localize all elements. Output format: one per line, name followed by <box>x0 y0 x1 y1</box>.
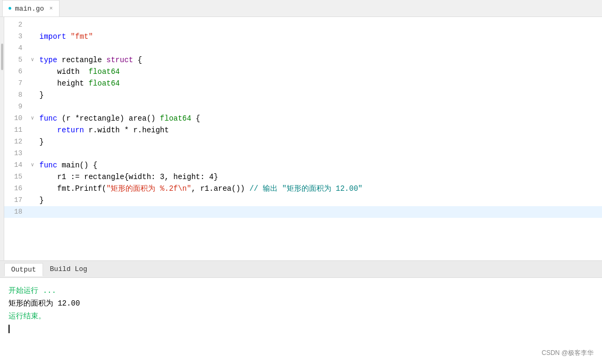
cursor-line <box>9 323 593 335</box>
code-line: 16 fmt.Printf("矩形的面积为 %.2f\n", r1.area()… <box>4 183 602 194</box>
line-number: 16 <box>4 183 31 194</box>
code-line: 18 <box>4 206 602 218</box>
tab-output[interactable]: Output <box>4 263 43 276</box>
code-line: 17} <box>4 194 602 206</box>
code-line: 13 <box>4 148 602 159</box>
line-number: 14 <box>4 159 31 171</box>
line-number: 13 <box>4 148 31 159</box>
tab-filename: main.go <box>15 5 44 13</box>
line-number: 6 <box>4 66 31 78</box>
code-line: 14∨func main() { <box>4 159 602 171</box>
code-text: } <box>39 194 602 206</box>
watermark: CSDN @极客李华 <box>541 349 593 358</box>
code-line: 3import "fmt" <box>4 31 602 43</box>
code-text: width float64 <box>39 66 602 78</box>
tab-build-log[interactable]: Build Log <box>43 263 94 276</box>
output-line: 矩形的面积为 12.00 <box>9 297 593 310</box>
line-number: 5 <box>4 54 31 66</box>
code-line: 2 <box>4 19 602 31</box>
code-text: func (r *rectangle) area() float64 { <box>39 113 602 124</box>
code-text: import "fmt" <box>39 31 602 43</box>
line-number: 3 <box>4 31 31 43</box>
code-line: 8} <box>4 89 602 101</box>
left-scrollbar[interactable] <box>0 17 4 260</box>
line-number: 4 <box>4 43 31 54</box>
code-line: 6 width float64 <box>4 66 602 78</box>
line-number: 2 <box>4 19 31 31</box>
output-line: 运行结束。 <box>9 310 593 323</box>
code-line: 4 <box>4 43 602 54</box>
code-line: 9 <box>4 101 602 113</box>
line-number: 18 <box>4 206 31 218</box>
bottom-panel: Output Build Log 开始运行 ...矩形的面积为 12.00运行结… <box>0 260 602 364</box>
code-text: } <box>39 89 602 101</box>
code-text: fmt.Printf("矩形的面积为 %.2f\n", r1.area()) /… <box>39 183 602 194</box>
code-text: func main() { <box>39 159 602 171</box>
fold-arrow[interactable]: ∨ <box>31 159 39 171</box>
code-text: height float64 <box>39 78 602 89</box>
fold-arrow[interactable]: ∨ <box>31 54 39 66</box>
tab-close-button[interactable]: × <box>49 5 53 12</box>
line-number: 8 <box>4 89 31 101</box>
editor-area: 23import "fmt"45∨type rectangle struct {… <box>0 17 602 260</box>
tab-bar: ● main.go × <box>0 0 602 17</box>
code-editor[interactable]: 23import "fmt"45∨type rectangle struct {… <box>4 17 602 260</box>
code-line: 15 r1 := rectangle{width: 3, height: 4} <box>4 171 602 183</box>
text-cursor <box>9 325 10 333</box>
panel-body: 开始运行 ...矩形的面积为 12.00运行结束。 CSDN @极客李华 <box>0 278 602 364</box>
line-number: 9 <box>4 101 31 113</box>
code-line: 11 return r.width * r.height <box>4 124 602 136</box>
go-icon: ● <box>8 5 12 12</box>
line-number: 11 <box>4 124 31 136</box>
line-number: 10 <box>4 113 31 124</box>
line-number: 12 <box>4 136 31 148</box>
panel-tab-bar: Output Build Log <box>0 261 602 278</box>
fold-arrow[interactable]: ∨ <box>31 113 39 124</box>
output-panel: 开始运行 ...矩形的面积为 12.00运行结束。 <box>0 278 602 364</box>
code-line: 10∨func (r *rectangle) area() float64 { <box>4 113 602 124</box>
file-tab[interactable]: ● main.go × <box>2 0 60 16</box>
line-number: 15 <box>4 171 31 183</box>
code-text: return r.width * r.height <box>39 124 602 136</box>
code-text: type rectangle struct { <box>39 54 602 66</box>
line-number: 7 <box>4 78 31 89</box>
scrollbar-thumb <box>1 44 3 70</box>
code-line: 5∨type rectangle struct { <box>4 54 602 66</box>
code-line: 12} <box>4 136 602 148</box>
line-number: 17 <box>4 194 31 206</box>
code-line: 7 height float64 <box>4 78 602 89</box>
code-text: } <box>39 136 602 148</box>
code-text: r1 := rectangle{width: 3, height: 4} <box>39 171 602 183</box>
output-line: 开始运行 ... <box>9 284 593 297</box>
